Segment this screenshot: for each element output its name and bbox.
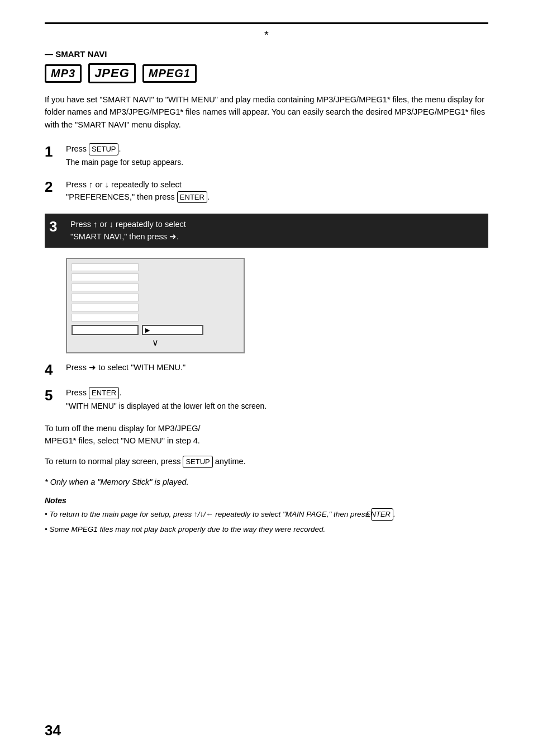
top-asterisk: *: [45, 29, 488, 41]
step-2-content: Press ↑ or ↓ repeatedly to select"PREFER…: [66, 178, 488, 204]
menu-selected-value: ▶: [142, 325, 203, 335]
page: * — SMART NAVI MP3 JPEG MPEG1 If you hav…: [0, 0, 533, 756]
enter-key-3: ENTER: [371, 508, 393, 521]
down-arrow-icon-2: ↓: [110, 218, 114, 231]
brand-logos-container: MP3 JPEG MPEG1: [45, 63, 488, 83]
menu-row-5: [72, 304, 239, 311]
up-arrow-icon-3: ↑: [194, 510, 198, 518]
brand-logo-jpeg: JPEG: [88, 63, 136, 83]
footer-text-1: To turn off the menu display for MP3/JPE…: [45, 422, 488, 447]
menu-rows: [72, 263, 239, 322]
step-4-content: Press ➜ to select "WITH MENU.": [66, 361, 488, 374]
page-number: 34: [45, 722, 61, 739]
step-4-number: 4: [45, 361, 66, 377]
step-2-number: 2: [45, 178, 66, 194]
step-1-number: 1: [45, 143, 66, 159]
menu-row-1: [72, 263, 239, 271]
step-5-number: 5: [45, 387, 66, 403]
step-4-main: Press ➜ to select "WITH MENU.": [66, 363, 185, 372]
menu-bar-2: [72, 273, 139, 281]
step-1-content: Press SETUP. The main page for setup app…: [66, 143, 488, 168]
enter-key: ENTER: [177, 191, 207, 204]
menu-selected-bar: [72, 325, 139, 335]
brand-logo-mpeg1: MPEG1: [142, 64, 197, 83]
step-3-content: Press ↑ or ↓ repeatedly to select"SMART …: [70, 218, 480, 244]
down-arrow-icon-3: ↓: [199, 510, 203, 518]
right-arrow-icon: ➜: [169, 231, 177, 241]
menu-display: ▶ ∨: [66, 258, 245, 353]
up-arrow-icon-2: ↑: [93, 218, 98, 231]
memory-stick-note: * Only when a "Memory Stick" is played.: [45, 476, 488, 488]
notes-section: Notes • To return to the main page for s…: [45, 496, 488, 535]
menu-row-3: [72, 284, 239, 291]
menu-down-arrow: ∨: [152, 337, 159, 348]
enter-key-2: ENTER: [89, 387, 119, 399]
setup-key: SETUP: [89, 143, 118, 155]
menu-bar-4: [72, 294, 139, 301]
step-5-content: Press ENTER. "WITH MENU" is displayed at…: [66, 387, 488, 412]
setup-key-2: SETUP: [183, 456, 212, 468]
top-divider: [45, 22, 488, 24]
menu-bar-5: [72, 304, 139, 311]
menu-bar-3: [72, 284, 139, 291]
note-1: • To return to the main page for setup, …: [45, 508, 488, 521]
step-4: 4 Press ➜ to select "WITH MENU.": [45, 361, 488, 377]
menu-arrow-row: ∨: [72, 337, 239, 348]
notes-title: Notes: [45, 496, 488, 505]
left-arrow-icon: ←: [206, 510, 213, 518]
section-title: — SMART NAVI: [45, 49, 488, 59]
step-1: 1 Press SETUP. The main page for setup a…: [45, 143, 488, 168]
step-1-main: Press SETUP.: [66, 144, 121, 153]
menu-selected-row: ▶: [72, 325, 239, 335]
menu-bar-6: [72, 314, 139, 322]
up-arrow-icon: ↑: [89, 178, 93, 191]
step-3-main: Press ↑ or ↓ repeatedly to select"SMART …: [70, 220, 186, 242]
menu-bar-1: [72, 263, 139, 271]
right-arrow-icon-2: ➜: [89, 362, 96, 372]
brand-logo-mp3: MP3: [45, 64, 82, 83]
step-1-sub: The main page for setup appears.: [66, 157, 488, 168]
down-arrow-icon: ↓: [105, 178, 110, 191]
footer-text-2: To return to normal play screen, press S…: [45, 455, 488, 468]
step-2: 2 Press ↑ or ↓ repeatedly to select"PREF…: [45, 178, 488, 204]
menu-row-2: [72, 273, 239, 281]
step-5-sub: "WITH MENU" is displayed at the lower le…: [66, 400, 488, 412]
menu-row-4: [72, 294, 239, 301]
step-3-number: 3: [49, 218, 70, 234]
step-5-main: Press ENTER.: [66, 388, 121, 397]
note-2: • Some MPEG1 files may not play back pro…: [45, 524, 488, 535]
step-2-main: Press ↑ or ↓ repeatedly to select"PREFER…: [66, 180, 210, 201]
step-3: 3 Press ↑ or ↓ repeatedly to select"SMAR…: [45, 214, 488, 248]
menu-row-6: [72, 314, 239, 322]
step-5: 5 Press ENTER. "WITH MENU" is displayed …: [45, 387, 488, 412]
intro-text: If you have set "SMART NAVI" to "WITH ME…: [45, 93, 488, 131]
